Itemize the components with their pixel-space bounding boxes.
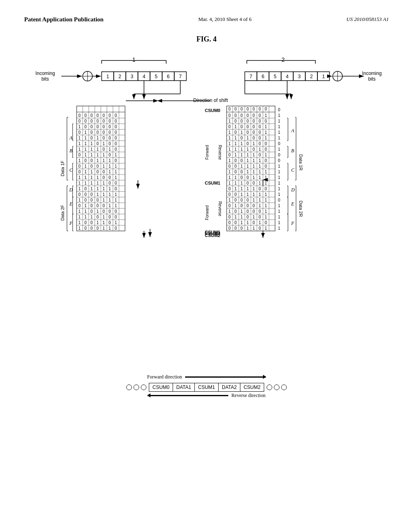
svg-text:1: 1: [108, 198, 111, 202]
svg-text:0: 0: [265, 119, 267, 123]
svg-text:1: 1: [240, 192, 243, 197]
svg-text:0: 0: [228, 125, 231, 129]
svg-text:1: 1: [265, 175, 267, 180]
svg-text:0: 0: [234, 113, 237, 118]
svg-text:6: 6: [167, 74, 170, 79]
svg-text:1: 1: [252, 226, 255, 231]
svg-text:0: 0: [84, 158, 87, 163]
svg-text:1: 1: [278, 170, 280, 174]
svg-text:0: 0: [259, 130, 261, 135]
svg-text:0: 0: [246, 175, 249, 180]
svg-text:0: 0: [102, 125, 105, 129]
svg-text:1: 1: [108, 158, 111, 163]
svg-text:0: 0: [115, 187, 117, 191]
svg-text:1: 1: [96, 187, 99, 191]
svg-text:0: 0: [228, 215, 231, 219]
svg-text:1: 1: [246, 158, 249, 163]
svg-text:0: 0: [278, 108, 280, 112]
svg-text:0: 0: [228, 226, 231, 231]
svg-text:CSUM2: CSUM2: [205, 231, 221, 236]
svg-text:1: 1: [234, 147, 237, 152]
svg-text:1: 1: [78, 226, 81, 231]
svg-text:1: 1: [246, 136, 249, 140]
svg-text:1: 1: [278, 192, 280, 197]
svg-text:1: 1: [108, 192, 111, 197]
svg-text:2: 2: [282, 56, 285, 63]
svg-text:0: 0: [265, 220, 267, 225]
svg-text:1: 1: [259, 164, 261, 168]
svg-text:Reverse: Reverse: [218, 201, 222, 216]
svg-text:1: 1: [240, 187, 243, 191]
svg-text:0: 0: [234, 130, 237, 135]
svg-text:0: 0: [278, 153, 280, 157]
svg-text:1: 1: [240, 130, 243, 135]
circle-5: [274, 384, 280, 390]
svg-text:0: 0: [90, 136, 93, 140]
svg-text:1: 1: [78, 181, 81, 185]
svg-text:0: 0: [240, 226, 243, 231]
svg-text:0: 0: [240, 204, 243, 208]
svg-text:0: 0: [240, 136, 243, 140]
svg-text:Direction of shift: Direction of shift: [193, 98, 228, 103]
svg-text:0: 0: [252, 125, 255, 129]
svg-text:1: 1: [84, 136, 87, 140]
circle-4: [267, 384, 272, 390]
svg-text:1: 1: [265, 153, 267, 157]
svg-text:0: 0: [240, 158, 243, 163]
svg-text:0: 0: [259, 125, 261, 129]
svg-text:0: 0: [278, 141, 280, 146]
svg-text:0: 0: [252, 209, 255, 214]
svg-text:0: 0: [78, 113, 81, 118]
svg-text:0: 0: [108, 209, 111, 214]
svg-text:1: 1: [228, 175, 231, 180]
svg-text:1: 1: [265, 181, 267, 185]
svg-text:A: A: [291, 128, 294, 133]
svg-text:0: 0: [265, 107, 267, 111]
svg-text:0: 0: [234, 170, 237, 174]
svg-text:F: F: [291, 220, 294, 226]
svg-text:1: 1: [240, 147, 243, 152]
svg-text:1: 1: [84, 141, 87, 146]
svg-text:1: 1: [278, 220, 280, 225]
svg-text:0: 0: [102, 175, 105, 180]
svg-text:1: 1: [90, 147, 93, 152]
svg-text:1: 1: [78, 175, 81, 180]
svg-text:0: 0: [102, 204, 105, 208]
svg-text:0: 0: [115, 113, 117, 118]
svg-text:1: 1: [234, 141, 237, 146]
svg-text:0: 0: [246, 113, 249, 118]
svg-text:1: 1: [90, 170, 93, 174]
svg-text:0: 0: [78, 119, 81, 123]
svg-text:1: 1: [252, 192, 255, 197]
bottom-diagram: Forward direction CSUM0 DATA1 CSUM1 DATA…: [24, 374, 389, 399]
forward-direction-label: Forward direction: [147, 374, 266, 380]
svg-text:1: 1: [240, 215, 243, 219]
svg-text:0: 0: [252, 136, 255, 140]
svg-text:1: 1: [96, 209, 99, 214]
svg-text:0: 0: [96, 125, 99, 129]
svg-text:1: 1: [102, 153, 105, 157]
svg-text:1: 1: [115, 220, 117, 225]
svg-text:1: 1: [234, 175, 237, 180]
svg-text:0: 0: [78, 204, 81, 208]
svg-text:1: 1: [234, 187, 237, 191]
svg-text:0: 0: [246, 204, 249, 208]
svg-text:0: 0: [252, 204, 255, 208]
svg-text:1: 1: [84, 209, 87, 214]
box-data1: DATA1: [173, 383, 194, 392]
svg-text:1: 1: [259, 204, 261, 208]
svg-text:1: 1: [108, 147, 111, 152]
svg-text:1: 1: [265, 192, 267, 197]
svg-text:0: 0: [259, 153, 261, 157]
svg-text:A: A: [69, 135, 73, 141]
svg-text:1: 1: [102, 164, 105, 168]
svg-text:1: 1: [259, 181, 261, 185]
svg-text:1: 1: [278, 136, 280, 140]
svg-text:1: 1: [84, 153, 87, 157]
svg-text:1: 1: [115, 192, 117, 197]
svg-text:0: 0: [90, 158, 93, 163]
reverse-text: Reverse direction: [232, 393, 265, 399]
svg-text:1: 1: [265, 204, 267, 208]
svg-text:1: 1: [252, 215, 255, 219]
svg-text:1: 1: [246, 220, 249, 225]
